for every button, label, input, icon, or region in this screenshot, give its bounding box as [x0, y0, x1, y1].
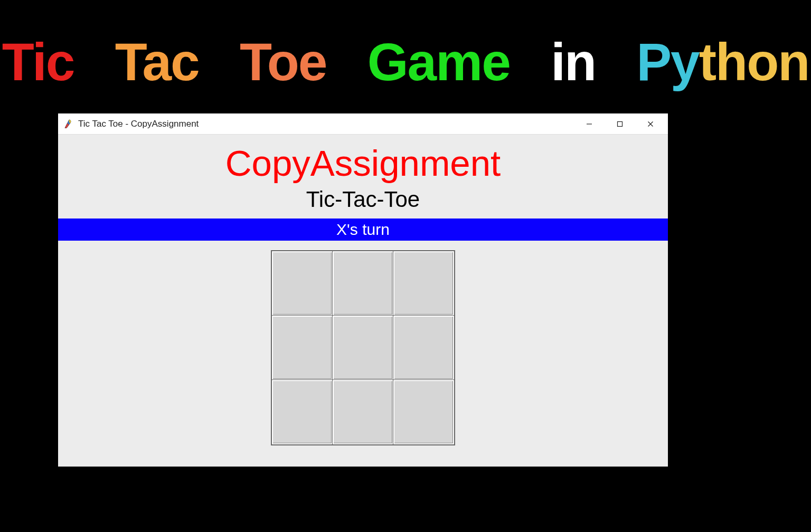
board-cell-1-2[interactable] — [393, 316, 454, 380]
game-board — [271, 250, 455, 445]
minimize-button[interactable] — [574, 113, 605, 134]
board-cell-0-0[interactable] — [272, 251, 333, 316]
board-cell-2-2[interactable] — [393, 380, 454, 444]
app-body: CopyAssignment Tic-Tac-Toe X's turn — [58, 135, 668, 467]
app-icon — [63, 119, 73, 129]
window-title: Tic Tac Toe - CopyAssignment — [78, 119, 574, 129]
board-cell-0-1[interactable] — [333, 251, 393, 316]
banner-word-in: in — [551, 32, 596, 92]
brand-heading: CopyAssignment — [58, 135, 668, 187]
banner-word-tac: Tac — [115, 32, 199, 92]
application-window: Tic Tac Toe - CopyAssignment CopyAssignm… — [58, 113, 668, 467]
banner-word-tic: Tic — [2, 32, 74, 92]
board-cell-1-0[interactable] — [272, 316, 333, 380]
board-cell-0-2[interactable] — [393, 251, 454, 316]
titlebar[interactable]: Tic Tac Toe - CopyAssignment — [58, 113, 668, 135]
banner-word-toe: Toe — [240, 32, 326, 92]
board-cell-1-1[interactable] — [333, 316, 393, 380]
board-wrapper — [58, 250, 668, 445]
maximize-button[interactable] — [605, 113, 635, 134]
banner-word-python: Python — [636, 32, 809, 92]
game-heading: Tic-Tac-Toe — [58, 187, 668, 218]
banner-title: Tic Tac Toe Game in Python — [0, 0, 811, 113]
banner-word-game: Game — [367, 32, 510, 92]
board-cell-2-0[interactable] — [272, 380, 333, 444]
svg-rect-1 — [618, 121, 623, 126]
board-cell-2-1[interactable] — [333, 380, 393, 444]
close-button[interactable] — [635, 113, 666, 134]
turn-indicator: X's turn — [58, 218, 668, 241]
window-controls — [574, 113, 666, 134]
